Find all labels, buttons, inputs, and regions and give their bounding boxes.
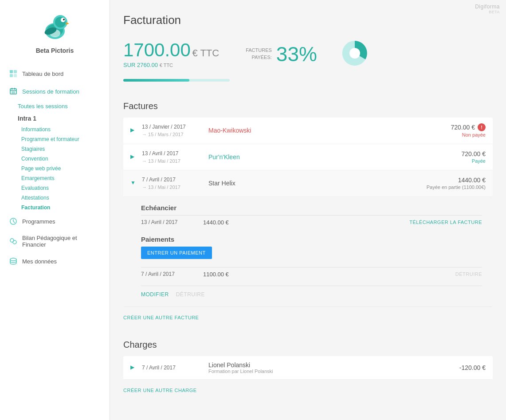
progress-bar-bg (123, 79, 230, 82)
page-title: Facturation (123, 13, 493, 27)
svg-rect-10 (14, 70, 17, 73)
sidebar-label-mes-donnees: Mes données (22, 258, 57, 265)
chevron-right-icon-2: ▶ (130, 153, 137, 161)
charge-date-1: 7 / Avril / 2017 (142, 365, 204, 371)
sessions-icon (9, 87, 18, 96)
invoice-dates-1: 13 / Janvier / 2017 → 15 / Mars / 2017 (142, 123, 204, 138)
modifier-link[interactable]: MODIFIER (141, 291, 169, 298)
sub-sub-informations[interactable]: Informations (18, 125, 110, 134)
echeancier-date-1: 13 / Avril / 2017 (141, 219, 203, 225)
sub-nav-toutes-sessions[interactable]: Toutes les sessions (13, 100, 110, 112)
creer-autre-facture-btn[interactable]: CRÉER UNE AUTRE FACTURE (123, 315, 199, 320)
sur-label: SUR (123, 62, 135, 68)
paiement-detruire-link[interactable]: DÉTRUIRE (455, 271, 482, 277)
invoice-row-3[interactable]: ▼ 7 / Avril / 2017 → 13 / Mai / 2017 Sta… (123, 170, 493, 197)
invoice-date-end-1: → 15 / Mars / 2017 (142, 131, 204, 138)
sidebar-label-sessions: Sessions de formation (22, 88, 79, 95)
pct-value: 33% (276, 42, 317, 66)
invoice-actions-3: MODIFIER DÉTRUIRE (141, 286, 482, 299)
paid-amount-display: 1700.00 € TTC (123, 39, 219, 61)
sub-sub-programme[interactable]: Programme et formateur (18, 134, 110, 144)
sidebar-item-programmes[interactable]: Programmes (0, 212, 110, 230)
charge-amount-1: -120.00 € (459, 364, 486, 371)
svg-rect-9 (10, 70, 13, 73)
sidebar-label-programmes: Programmes (22, 218, 55, 225)
echeancier-row-1: 13 / Avril / 2017 1440.00 € TÉLÉCHARGER … (141, 215, 482, 229)
charge-name-1: Lionel Polanski (208, 361, 459, 369)
invoice-row-1[interactable]: ▶ 13 / Janvier / 2017 → 15 / Mars / 2017… (123, 118, 493, 144)
charges-title: Charges (123, 340, 493, 350)
chevron-right-charge-1: ▶ (130, 364, 137, 371)
sub-sub-facturation[interactable]: Facturation (18, 203, 110, 212)
paiement-date-1: 7 / Avril / 2017 (141, 271, 203, 277)
paiement-amount-1: 1100.00 € (203, 271, 455, 278)
sub-sub-stagiaires[interactable]: Stagiaires (18, 144, 110, 154)
currency-label: € TTC (192, 47, 219, 59)
pie-chart-area (339, 38, 370, 70)
invoice-row-2[interactable]: ▶ 13 / Avril / 2017 → 13 / Mai / 2017 Pu… (123, 144, 493, 171)
sub-nav-intra1[interactable]: Intra 1 (13, 112, 110, 125)
invoice-date-end-2: → 13 / Mai / 2017 (142, 157, 204, 165)
sidebar-item-sessions-de-formation[interactable]: Sessions de formation (0, 82, 110, 100)
invoice-company-3: Star Helix (204, 180, 427, 187)
sub-sub-nav-intra: Informations Programme et formateur Stag… (13, 125, 110, 212)
factures-section: Factures ▶ 13 / Janvier / 2017 → 15 / Ma… (123, 101, 493, 329)
sub-nav-sessions: Toutes les sessions Intra 1 Informations… (0, 100, 110, 212)
svg-marker-6 (66, 22, 69, 25)
sub-sub-attestations[interactable]: Attestations (18, 193, 110, 203)
detruire-link[interactable]: DÉTRUIRE (176, 291, 205, 298)
invoice-amt-value-3: 1440.00 € (427, 177, 486, 184)
invoice-status-2: Payée (432, 158, 486, 164)
sub-sub-emargements[interactable]: Emargements (18, 173, 110, 183)
sidebar-item-bilan[interactable]: Bilan Pédagogique et Financier (0, 230, 110, 252)
sidebar-label-tableau-de-bord: Tableau de bord (22, 71, 63, 77)
summary-row: 1700.00 € TTC SUR 2760.00 € TTC FACTURES… (123, 38, 493, 70)
bilan-icon (9, 237, 18, 246)
main-content: Digiforma BETA Facturation 1700.00 € TTC… (110, 0, 506, 420)
bird-logo-icon (37, 9, 73, 44)
svg-point-22 (10, 258, 16, 261)
paiement-row-1: 7 / Avril / 2017 1100.00 € DÉTRUIRE (141, 267, 482, 281)
sidebar-label-bilan: Bilan Pédagogique et Financier (22, 235, 101, 248)
charge-row-1[interactable]: ▶ 7 / Avril / 2017 Lionel Polanski Forma… (123, 356, 493, 380)
svg-rect-13 (10, 89, 16, 94)
svg-rect-12 (14, 74, 17, 77)
sub-sub-evaluations[interactable]: Evaluations (18, 183, 110, 193)
donnees-icon (9, 257, 18, 266)
programmes-icon (9, 217, 18, 226)
chevron-right-icon-1: ▶ (130, 127, 137, 134)
echeancier-amount-1: 1440.00 € (203, 219, 409, 226)
sidebar-item-tableau-de-bord[interactable]: Tableau de bord (0, 65, 110, 82)
invoice-amount-1: 720.00 € ! Non payée (432, 123, 486, 137)
invoice-amt-value-1: 720.00 € (451, 124, 475, 131)
invoice-date-start-1: 13 / Janvier / 2017 (142, 123, 204, 131)
invoice-amt-value-2: 720.00 € (432, 150, 486, 157)
sub-sub-page-web[interactable]: Page web privée (18, 164, 110, 173)
paiements-title: Paiements (141, 236, 482, 243)
telecharger-facture-btn[interactable]: TÉLÉCHARGER LA FACTURE (409, 220, 482, 225)
amount-paid-value: 1700.00 (123, 39, 191, 60)
sidebar-item-mes-donnees[interactable]: Mes données (0, 252, 110, 270)
svg-point-5 (63, 19, 65, 20)
app-name: Beta Pictoris (36, 47, 74, 54)
amount-block: 1700.00 € TTC SUR 2760.00 € TTC (123, 39, 219, 68)
progress-bar-fill (123, 79, 189, 82)
invoice-amount-3: 1440.00 € Payée en partie (1100.00€) (427, 177, 486, 190)
svg-point-21 (13, 240, 16, 244)
chevron-down-icon-3: ▼ (130, 180, 137, 187)
sub-sub-convention[interactable]: Convention (18, 154, 110, 164)
paid-percentage-block: FACTURESPAYÉES: 33% (246, 38, 370, 70)
invoice-dates-2: 13 / Avril / 2017 → 13 / Mai / 2017 (142, 149, 204, 165)
invoice-status-1: Non payée (432, 132, 486, 137)
invoice-company-2: Pur'n'Kleen (204, 153, 432, 161)
digiforma-brand: Digiforma BETA (475, 4, 500, 14)
invoice-dates-3: 7 / Avril / 2017 → 13 / Mai / 2017 (142, 176, 204, 191)
charges-list: ▶ 7 / Avril / 2017 Lionel Polanski Forma… (123, 356, 493, 380)
echeancier-title: Echéancier (141, 204, 482, 212)
invoice-company-1: Mao-Kwikowski (204, 127, 432, 134)
invoice-date-start-3: 7 / Avril / 2017 (142, 176, 204, 184)
creer-autre-charge-btn[interactable]: CRÉER UNE AUTRE CHARGE (123, 388, 197, 393)
factures-title: Factures (123, 101, 493, 111)
svg-point-24 (349, 48, 360, 59)
entrer-paiement-button[interactable]: ENTRER UN PAIEMENT (141, 247, 212, 259)
